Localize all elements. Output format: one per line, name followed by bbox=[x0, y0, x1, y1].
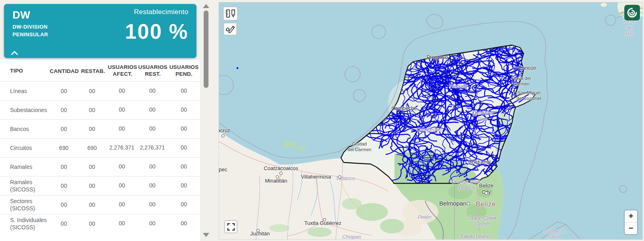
row-label: Líneas bbox=[10, 87, 50, 95]
fullscreen-icon bbox=[227, 223, 235, 231]
row-value: 00 bbox=[78, 183, 107, 189]
division-code: DW bbox=[12, 9, 30, 21]
row-value: 00 bbox=[50, 88, 78, 94]
restoration-panel: DW DW-DIVISION PENINSULAR Restablecimien… bbox=[0, 0, 200, 241]
row-value: 00 bbox=[167, 87, 200, 95]
row-value: 00 bbox=[50, 107, 78, 113]
row-value: 00 bbox=[167, 201, 200, 208]
division-summary-card[interactable]: DW DW-DIVISION PENINSULAR Restablecimien… bbox=[4, 4, 196, 58]
row-value: 00 bbox=[167, 106, 200, 114]
chevron-up-icon[interactable] bbox=[11, 51, 18, 55]
row-value: 00 bbox=[137, 87, 168, 95]
row-value: 00 bbox=[78, 126, 107, 132]
column-header: RESTAB. bbox=[79, 68, 107, 74]
city-marker bbox=[279, 172, 283, 175]
row-value: 00 bbox=[107, 163, 137, 170]
row-value: 00 bbox=[50, 183, 78, 189]
table-row: Sectores (SICOSS)0000000000 bbox=[0, 195, 200, 214]
row-label: Sectores (SICOSS) bbox=[10, 197, 50, 212]
row-value: 00 bbox=[50, 126, 78, 132]
draw-tool-button[interactable] bbox=[223, 23, 237, 35]
row-value: 00 bbox=[50, 202, 78, 208]
measure-icon bbox=[225, 9, 236, 18]
row-value: 00 bbox=[107, 106, 137, 114]
table-row: Bancos0000000000 bbox=[0, 119, 200, 138]
restoration-metric: Restablecimiento 100 % bbox=[125, 8, 188, 44]
scrollbar-thumb[interactable] bbox=[204, 10, 208, 88]
panel-scrollbar[interactable] bbox=[202, 2, 211, 239]
measure-tool-button[interactable] bbox=[223, 6, 238, 21]
scroll-up-arrow-icon[interactable] bbox=[203, 4, 209, 8]
row-label: S. Individuales (SICOSS) bbox=[10, 216, 50, 231]
row-value: 00 bbox=[137, 220, 168, 227]
row-value: 00 bbox=[107, 125, 137, 133]
row-value: 00 bbox=[167, 220, 200, 227]
table-row: Subestaciones0000000000 bbox=[0, 100, 200, 119]
zoom-in-button[interactable]: + bbox=[625, 210, 637, 222]
row-value: 00 bbox=[167, 144, 200, 152]
row-value: 00 bbox=[107, 201, 137, 208]
row-value: 00 bbox=[107, 220, 137, 227]
row-value: 00 bbox=[107, 182, 137, 189]
table-header-row: TIPOCANTIDADRESTAB.USUARIOS AFECT.USUARI… bbox=[0, 60, 200, 81]
zoom-control: + − bbox=[625, 210, 637, 234]
row-value: 00 bbox=[50, 220, 78, 227]
row-label: Circuitos bbox=[10, 144, 50, 152]
row-value: 00 bbox=[137, 182, 168, 189]
city-marker bbox=[276, 175, 279, 179]
row-value: 00 bbox=[78, 107, 107, 113]
row-value: 2,276,371 bbox=[137, 144, 168, 152]
table-row: Circuitos6906902,276,3712,276,37100 bbox=[0, 138, 200, 157]
scroll-down-arrow-icon[interactable] bbox=[203, 233, 209, 237]
column-header: USUARIOS PEND. bbox=[168, 64, 200, 78]
city-marker bbox=[256, 229, 260, 232]
restoration-table: TIPOCANTIDADRESTAB.USUARIOS AFECT.USUARI… bbox=[0, 60, 200, 233]
city-marker bbox=[338, 175, 341, 179]
map-basemap bbox=[219, 2, 642, 239]
row-label: Subestaciones bbox=[10, 106, 50, 114]
city-marker bbox=[323, 218, 326, 221]
row-value: 00 bbox=[78, 220, 107, 227]
metric-label: Restablecimiento bbox=[125, 8, 188, 16]
row-value: 00 bbox=[137, 201, 168, 208]
table-row: S. Individuales (SICOSS)0000000000 bbox=[0, 214, 200, 233]
row-value: 690 bbox=[78, 145, 107, 151]
column-header: USUARIOS REST. bbox=[138, 64, 168, 78]
logo-button[interactable] bbox=[624, 5, 640, 21]
row-value: 2,276,371 bbox=[107, 144, 137, 152]
row-value: 00 bbox=[78, 164, 107, 170]
row-value: 00 bbox=[137, 125, 168, 133]
table-row: Ramales0000000000 bbox=[0, 157, 200, 176]
zoom-out-button[interactable]: − bbox=[625, 222, 637, 234]
row-value: 690 bbox=[50, 145, 78, 151]
table-body: Líneas0000000000Subestaciones0000000000B… bbox=[0, 81, 200, 233]
metric-value: 100 % bbox=[125, 19, 188, 44]
division-name: DW-DIVISION PENINSULAR bbox=[12, 23, 77, 39]
city-marker bbox=[221, 134, 225, 137]
row-value: 00 bbox=[50, 164, 78, 170]
table-row: Ramales (SICOSS)0000000000 bbox=[0, 176, 200, 195]
dashboard: DW DW-DIVISION PENINSULAR Restablecimien… bbox=[0, 0, 644, 241]
row-label: Bancos bbox=[10, 125, 50, 133]
table-row: Líneas0000000000 bbox=[0, 81, 200, 100]
city-marker bbox=[467, 202, 470, 205]
row-label: Ramales (SICOSS) bbox=[10, 179, 50, 193]
row-value: 00 bbox=[167, 125, 200, 133]
row-value: 00 bbox=[78, 88, 107, 94]
column-header: CANTIDAD bbox=[50, 68, 79, 74]
row-value: 00 bbox=[137, 163, 168, 170]
city-marker bbox=[485, 191, 488, 195]
map-canvas[interactable]: ProgresoCancúnPlaya del CarmenSan Miguel… bbox=[219, 2, 643, 240]
column-header: USUARIOS AFECT. bbox=[107, 64, 138, 78]
row-value: 00 bbox=[107, 87, 137, 95]
row-value: 00 bbox=[167, 163, 200, 170]
row-value: 00 bbox=[78, 202, 107, 208]
row-label: Ramales bbox=[10, 163, 50, 170]
row-value: 00 bbox=[167, 182, 200, 189]
draw-icon bbox=[225, 25, 235, 33]
logo-swirl-icon bbox=[627, 7, 638, 18]
column-header: TIPO bbox=[10, 67, 50, 75]
fullscreen-button[interactable] bbox=[224, 220, 237, 233]
row-value: 00 bbox=[137, 106, 168, 114]
